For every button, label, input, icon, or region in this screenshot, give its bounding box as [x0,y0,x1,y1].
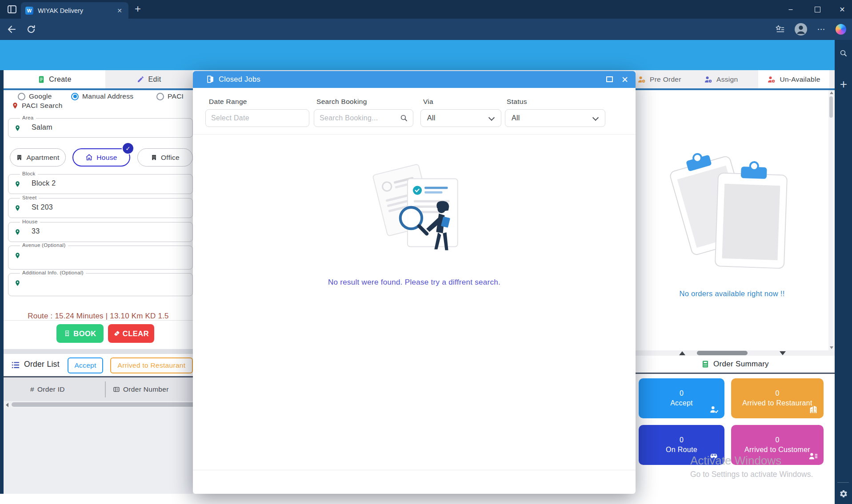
list-icon [11,360,20,370]
chevron-down-icon [592,115,599,121]
column-order-number: Order Number [113,377,169,401]
modal-close-icon[interactable]: ✕ [619,73,631,86]
on-route-count: 0 [680,435,684,445]
column-divider [105,381,106,397]
radio-circle-icon [18,93,25,100]
tab-un-available-label: Un-Available [780,75,820,83]
radio-google-label: Google [29,92,52,100]
window-close-button[interactable]: ✕ [832,3,852,16]
block-field[interactable]: Block Block 2 [8,174,193,194]
clear-button[interactable]: CLEAR [108,324,154,343]
browser-tab[interactable]: W WIYAK Delivery ✕ [21,2,128,19]
eraser-icon [113,330,120,337]
date-range-label: Date Range [209,98,247,106]
tab-pre-order[interactable]: Pre Order [637,70,681,88]
browser-menu-icon[interactable]: ⋯ [815,24,828,35]
column-order-id: # Order ID [30,377,65,401]
book-button[interactable]: BOOK [56,324,104,343]
site-favicon: W [25,7,33,15]
arrived-customer-label: Arrived to Customer [744,445,810,455]
scrollbar-thumb[interactable] [697,351,748,355]
via-select[interactable]: All [420,109,501,127]
copilot-icon[interactable] [836,24,846,35]
additional-info-field[interactable]: Additional Info. (Optional) [8,273,193,296]
search-icon[interactable] [400,114,408,122]
arrived-customer-count: 0 [775,435,779,445]
section-separator [4,349,193,354]
scrollbar-thumb[interactable] [12,402,196,407]
paci-search-link[interactable]: PACI Search [12,101,63,110]
right-panel-scrollbar[interactable] [828,90,834,350]
filter-accept-button[interactable]: Accept [68,357,103,373]
back-icon[interactable] [6,24,17,35]
scroll-down-arrow[interactable] [780,351,786,355]
summary-scrollbar[interactable] [636,350,835,356]
modal-header[interactable]: Closed Jobs ✕ [193,71,636,88]
status-select[interactable]: All [505,109,605,127]
filter-arrived-restaurant-button[interactable]: Arrived to Restaurant [110,357,193,373]
area-field[interactable]: Area Salam [8,118,193,138]
window-minimize-button[interactable]: – [781,3,800,16]
rail-gear-icon[interactable] [839,489,848,498]
person-clock-icon [637,75,646,84]
radio-manual-label: Manual Address [82,92,133,100]
scroll-down-arrow[interactable] [830,346,833,349]
scroll-left-arrow[interactable] [6,403,8,407]
summary-card-accept[interactable]: 0 Accept [639,378,724,418]
summary-card-arrived-restaurant[interactable]: 0 Arrived to Restaurant [731,378,824,418]
rail-add-icon[interactable]: + [836,76,851,92]
street-field[interactable]: Street St 203 [8,198,193,218]
summary-divider [636,373,835,374]
modal-maximize-icon[interactable] [606,76,613,82]
browser-tab-bar: W WIYAK Delivery ✕ + – ✕ [0,0,852,19]
window-restore-button[interactable] [808,3,827,16]
door-icon [206,75,215,83]
person-icon [795,23,807,36]
house-number-value: 33 [32,227,40,235]
summary-card-on-route[interactable]: 0 On Route [639,425,724,465]
tab-edit[interactable]: Edit [105,70,193,88]
order-list-title: Order List [24,360,60,369]
rail-search-icon[interactable] [840,49,848,57]
avenue-field[interactable]: Avenue (Optional) [8,246,193,270]
browser-profile-avatar[interactable] [795,23,807,36]
tab-actions-icon[interactable] [7,4,17,15]
route-summary: Route : 15.24 Minutes | 13.10 Km KD 1.5 [4,311,193,320]
building-type-office[interactable]: Office [137,148,193,167]
scrollbar-thumb[interactable] [829,96,833,118]
office-label: Office [161,154,180,162]
tab-create[interactable]: Create [4,70,105,88]
favorites-bar-icon[interactable] [775,24,785,34]
via-label: Via [423,98,433,106]
refresh-icon[interactable] [26,24,36,35]
tab-assign-label: Assign [716,75,738,83]
radio-paci[interactable]: PACI [156,91,184,101]
new-tab-button[interactable]: + [131,2,145,16]
order-table-scrollbar[interactable] [4,401,193,408]
tab-close-icon[interactable]: ✕ [115,6,124,15]
tab-title: WIYAK Delivery [38,7,115,14]
tab-pre-order-label: Pre Order [650,75,681,83]
modal-title: Closed Jobs [219,75,260,83]
date-range-input[interactable] [205,109,309,127]
street-value: St 203 [32,203,53,211]
summary-card-arrived-customer[interactable]: 0 Arrived to Customer [731,425,824,465]
building-type-house[interactable]: House [72,148,130,167]
house-field[interactable]: House 33 [8,222,193,242]
tab-un-available[interactable]: Un-Available [758,70,829,88]
card-number-icon [113,386,120,393]
search-booking-input[interactable] [314,109,413,127]
location-pin-icon [14,204,21,212]
radio-circle-icon [156,93,164,100]
accept-label: Accept [670,398,693,408]
radio-manual-address[interactable]: Manual Address [71,91,133,101]
location-pin-icon [14,124,21,132]
tab-assign[interactable]: Assign [704,70,738,88]
radio-google[interactable]: Google [18,91,52,101]
scroll-up-arrow[interactable] [830,91,833,94]
modal-divider [193,134,636,135]
scroll-up-arrow[interactable] [679,351,685,355]
screen: W WIYAK Delivery ✕ + – ✕ https://merchan… [0,0,852,504]
rail-divider [837,482,849,483]
building-type-apartment[interactable]: Apartment [10,148,66,167]
